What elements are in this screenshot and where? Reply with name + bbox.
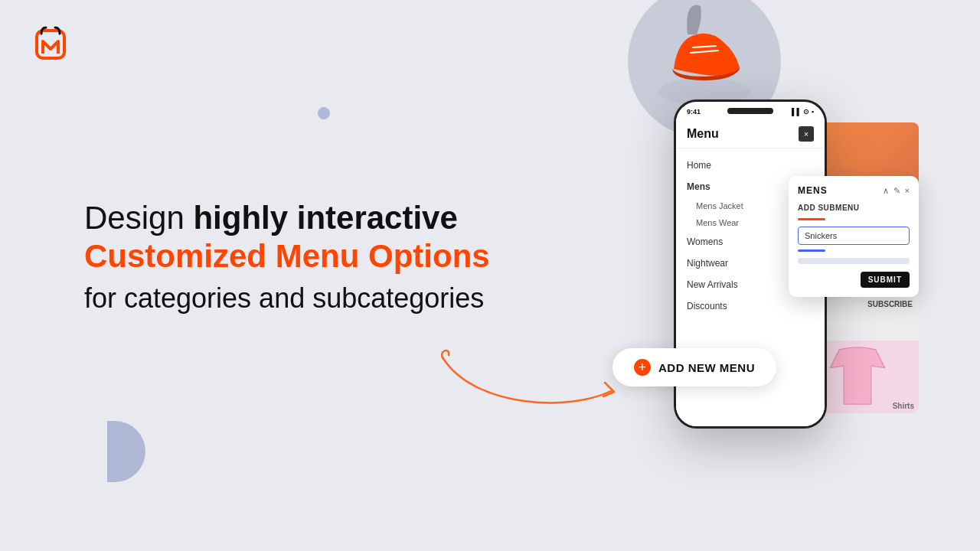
menu-header: Menu × <box>676 119 825 148</box>
phone-notch <box>727 108 773 114</box>
menu-item-home[interactable]: Home <box>676 155 825 176</box>
submenu-popup-actions: ∧ ✎ × <box>883 186 910 196</box>
decorative-half-circle <box>107 421 145 482</box>
hero-line1-regular: Design <box>84 200 193 236</box>
submenu-input-field[interactable] <box>798 227 910 245</box>
status-time: 9:41 <box>687 108 701 116</box>
hero-text: Design highly interactive Customized Men… <box>84 199 590 318</box>
shirts-label: Shirts <box>893 402 914 410</box>
edit-icon[interactable]: ✎ <box>893 186 900 196</box>
menu-item-discounts[interactable]: Discounts <box>676 295 825 317</box>
add-new-menu-button[interactable]: + ADD NEW MENU <box>612 348 776 386</box>
submenu-popup-title: MENS <box>798 185 828 196</box>
hero-line2: Customized Menu Options <box>84 237 590 276</box>
logo <box>31 24 70 64</box>
decorative-dot <box>318 107 330 119</box>
submit-button[interactable]: SUBMIT <box>861 272 910 288</box>
red-accent-line <box>798 218 825 220</box>
submenu-popup: MENS ∧ ✎ × ADD SUBMENU SUBMIT <box>789 176 919 297</box>
blue-accent-line <box>798 249 825 252</box>
close-popup-icon[interactable]: × <box>905 186 910 195</box>
menu-close-button[interactable]: × <box>799 126 814 142</box>
submenu-empty-field <box>798 258 910 264</box>
decorative-arrow <box>429 344 628 421</box>
add-submenu-label: ADD SUBMENU <box>798 204 910 212</box>
collapse-icon[interactable]: ∧ <box>883 186 889 196</box>
add-new-menu-label: ADD NEW MENU <box>658 361 755 374</box>
hero-line3: for categories and subcategories <box>84 279 590 318</box>
hero-line1-bold: highly interactive <box>193 200 457 236</box>
plus-icon: + <box>634 359 651 376</box>
svg-rect-0 <box>37 31 64 58</box>
menu-title: Menu <box>687 127 719 141</box>
submenu-popup-header: MENS ∧ ✎ × <box>798 185 910 196</box>
status-icons: ▌▌ ⊙ ▪ <box>792 108 814 116</box>
